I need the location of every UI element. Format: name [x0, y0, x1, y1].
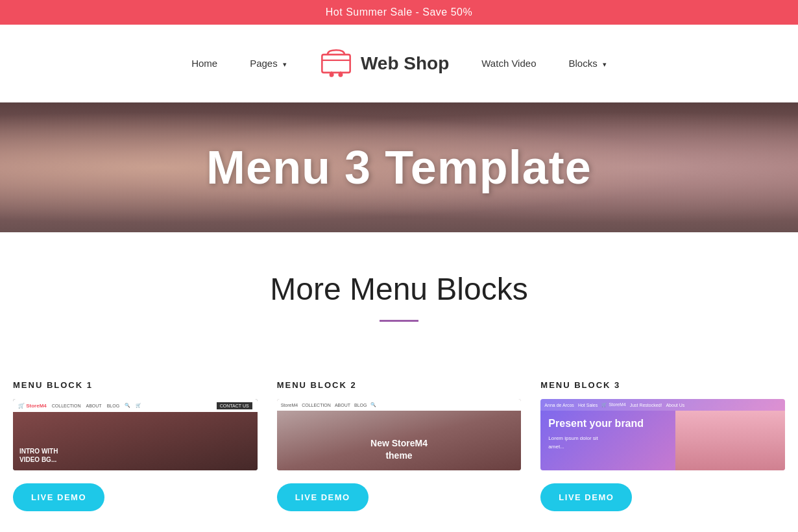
nav-home[interactable]: Home: [191, 58, 217, 69]
nav-brand-item: Web Shop: [319, 47, 449, 80]
svg-rect-0: [322, 54, 350, 73]
card-1-nav-blog: BLOG: [107, 404, 119, 408]
card-3-side-image: [675, 411, 786, 470]
card-3-brand-text: Present your brand Lorem ipsum dolor sit…: [548, 417, 644, 451]
home-link[interactable]: Home: [191, 58, 217, 69]
card-2-live-demo-button[interactable]: LIVE DEMO: [277, 483, 369, 511]
nav-pages[interactable]: Pages ▾: [250, 58, 287, 69]
navbar: Home Pages ▾ Web Shop: [0, 25, 798, 103]
card-2-overlay-text: New StoreM4 theme: [285, 437, 514, 463]
card-1-label: MENU BLOCK 1: [13, 380, 258, 390]
banner-text: Hot Summer Sale - Save 50%: [326, 6, 472, 18]
card-3: MENU BLOCK 3 Anna de Arcos Hot Sales 🛒 S…: [540, 380, 785, 511]
card-3-image: Anna de Arcos Hot Sales 🛒 StoreM4 Just R…: [540, 399, 785, 470]
card-2-mock-nav: StoreM4 COLLECTION ABOUT BLOG 🔍: [277, 399, 522, 411]
card-1-live-demo-button[interactable]: LIVE DEMO: [13, 483, 104, 511]
hero-section: Menu 3 Template: [0, 103, 798, 232]
card-2-image: StoreM4 COLLECTION ABOUT BLOG 🔍 New Stor…: [277, 399, 522, 470]
nav-watch-video[interactable]: Watch Video: [481, 58, 536, 69]
card-2-nav-collection: COLLECTION: [302, 403, 331, 407]
card-3-live-demo-button[interactable]: LIVE DEMO: [540, 483, 632, 511]
blocks-dropdown-arrow: ▾: [603, 60, 607, 68]
card-1-overlay-text: INTRO WITH VIDEO BG...: [19, 447, 58, 464]
hero-title: Menu 3 Template: [206, 141, 592, 194]
top-banner: Hot Summer Sale - Save 50%: [0, 0, 798, 25]
card-1: MENU BLOCK 1 🛒 StoreM4 COLLECTION ABOUT …: [13, 380, 258, 511]
card-3-nav-item3: Just Restocked!: [630, 403, 662, 407]
card-2-nav-logo: StoreM4: [281, 403, 298, 407]
card-2-nav-about: ABOUT: [335, 403, 350, 407]
card-3-mock-nav: Anna de Arcos Hot Sales 🛒 StoreM4 Just R…: [540, 399, 785, 411]
card-3-nav-about: About Us: [666, 403, 684, 407]
pages-link[interactable]: Pages ▾: [250, 58, 287, 69]
card-2: MENU BLOCK 2 StoreM4 COLLECTION ABOUT BL…: [277, 380, 522, 511]
card-3-nav-item1: Anna de Arcos: [544, 403, 574, 407]
cards-grid: MENU BLOCK 1 🛒 StoreM4 COLLECTION ABOUT …: [0, 380, 798, 532]
blocks-link[interactable]: Blocks ▾: [568, 58, 606, 69]
pages-dropdown-arrow: ▾: [283, 60, 287, 68]
more-menu-blocks-section: More Menu Blocks: [0, 232, 798, 380]
card-1-mock-nav: 🛒 StoreM4 COLLECTION ABOUT BLOG 🔍 🛒 CONT…: [13, 399, 258, 412]
card-1-nav-about: ABOUT: [86, 404, 102, 408]
nav-blocks[interactable]: Blocks ▾: [568, 58, 606, 69]
card-2-nav-blog: BLOG: [354, 403, 367, 407]
card-1-nav-cart: 🛒: [136, 403, 141, 408]
card-3-body-text: Lorem ipsum dolor sit amet...: [548, 435, 601, 452]
cart-icon: [319, 47, 353, 80]
svg-point-3: [338, 72, 343, 77]
card-2-nav-search: 🔍: [370, 402, 376, 407]
brand-name: Web Shop: [361, 53, 449, 74]
card-1-image: 🛒 StoreM4 COLLECTION ABOUT BLOG 🔍 🛒 CONT…: [13, 399, 258, 470]
brand-logo-link[interactable]: Web Shop: [319, 47, 449, 80]
card-2-label: MENU BLOCK 2: [277, 380, 522, 390]
watch-video-link[interactable]: Watch Video: [481, 58, 536, 69]
card-1-nav-contact: CONTACT US: [217, 402, 252, 409]
section-divider: [380, 320, 418, 322]
card-1-nav-collection: COLLECTION: [52, 404, 81, 408]
svg-point-2: [329, 72, 333, 77]
card-1-nav-logo: 🛒 StoreM4: [18, 403, 47, 409]
card-1-nav-search: 🔍: [125, 403, 130, 408]
card-3-label: MENU BLOCK 3: [540, 380, 785, 390]
card-3-nav-logo: 🛒 StoreM4: [601, 402, 625, 407]
section-title: More Menu Blocks: [26, 271, 772, 307]
card-3-nav-item2: Hot Sales: [578, 403, 598, 407]
nav-links: Home Pages ▾ Web Shop: [191, 47, 607, 80]
